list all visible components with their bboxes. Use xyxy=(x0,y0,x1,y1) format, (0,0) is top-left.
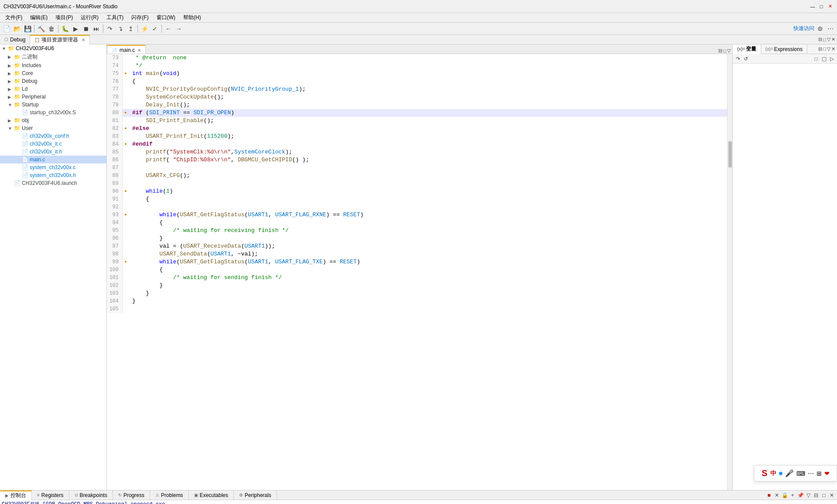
menu-edit[interactable]: 编辑(E) xyxy=(27,13,51,22)
tab-debug[interactable]: ⬡ Debug xyxy=(0,35,30,44)
toolbar-build[interactable]: 🔨 xyxy=(36,24,46,34)
console-menu-btn[interactable]: ▽ xyxy=(805,492,812,499)
toolbar-step-out[interactable]: ↥ xyxy=(126,24,136,34)
console-clear-btn[interactable]: ✕ xyxy=(773,492,780,499)
vertical-scrollbar[interactable] xyxy=(727,54,732,490)
tree-root[interactable]: ▼ 📁 CH32V003F4U6 xyxy=(0,44,106,52)
menu-file[interactable]: 文件(F) xyxy=(2,13,26,22)
tree-main-c[interactable]: ▶ 📄 main.c xyxy=(0,156,106,163)
menu-tools[interactable]: 工具(T) xyxy=(103,13,127,22)
console-scroll-lock-btn[interactable]: 🔒 xyxy=(781,492,788,499)
toolbar-resume[interactable]: ⏭ xyxy=(92,24,101,34)
editor-tab-main-c[interactable]: 📄 main.c ✕ xyxy=(107,45,146,54)
console-maximize-btn[interactable]: □ xyxy=(820,492,827,499)
tree-system-h[interactable]: ▶ 📄 system_ch32v00x.h xyxy=(0,171,106,179)
toolbar-stop[interactable]: ⏹ xyxy=(81,24,91,34)
bottom-tab-console[interactable]: ▶ 控制台 xyxy=(0,490,32,500)
tree-user[interactable]: ▼ 📁 User xyxy=(0,124,106,132)
tree-includes[interactable]: ▶ 📁 Includes xyxy=(0,61,106,69)
tab-ctrl-menu[interactable]: ▽ xyxy=(727,48,731,54)
rph-ctrl-2[interactable]: □ xyxy=(823,46,826,52)
console-stop-btn[interactable]: ■ xyxy=(765,492,772,499)
tab-ctrl-minimize[interactable]: ⊟ xyxy=(718,48,722,54)
tree-debug-folder[interactable]: ▶ 📁 Debug xyxy=(0,77,106,85)
toolbar-step-over[interactable]: ↷ xyxy=(105,24,115,34)
tree-ld[interactable]: ▶ 📁 Ld xyxy=(0,85,106,93)
toolbar-forward[interactable]: → xyxy=(174,24,184,34)
bottom-area: ▶ 控制台 ≡ Registers ⊙ Breakpoints ↻ Progre… xyxy=(0,490,837,504)
maximize-button[interactable]: □ xyxy=(818,3,825,10)
console-new-btn[interactable]: + xyxy=(789,492,796,499)
toolbar-run[interactable]: ▶ xyxy=(71,24,80,34)
close-button[interactable]: ✕ xyxy=(827,3,834,10)
tree-binary[interactable]: ▶ 📁 二进制 xyxy=(0,52,106,61)
tree-startup[interactable]: ▼ 📁 Startup xyxy=(0,101,106,109)
ime-keyboard-icon[interactable]: ⌨ xyxy=(796,470,805,477)
sidebar-maximize-btn[interactable]: □ xyxy=(823,37,826,42)
toolbar-open[interactable]: 📂 xyxy=(12,24,22,34)
tree-conf-h[interactable]: ▶ 📄 ch32v00x_conf.h xyxy=(0,132,106,140)
menu-help[interactable]: 帮助(H) xyxy=(180,13,205,22)
bottom-tab-executables[interactable]: ▣ Executables xyxy=(189,490,234,500)
menu-flash[interactable]: 闪存(F) xyxy=(128,13,152,22)
code-scroll-area[interactable]: 73 * @return none 74 */ 75 ● int xyxy=(107,54,727,490)
line-marker-79 xyxy=(123,101,129,109)
toolbar-step-into[interactable]: ↴ xyxy=(116,24,125,34)
toolbar-settings[interactable]: ⚙ xyxy=(815,24,825,34)
rph-ctrl-1[interactable]: ⊟ xyxy=(818,46,822,52)
tree-system-c[interactable]: ▶ 📄 system_ch32v00x.c xyxy=(0,163,106,171)
menu-run[interactable]: 运行(R) xyxy=(77,13,102,22)
tree-obj[interactable]: ▶ 📁 obj xyxy=(0,116,106,124)
var-toolbar-btn-3[interactable]: □ xyxy=(813,55,820,62)
v-scroll-thumb[interactable] xyxy=(728,141,732,167)
var-toolbar-btn-4[interactable]: ▢ xyxy=(820,55,827,62)
tree-launch[interactable]: ▶ 📄 CH32V003F4U6.launch xyxy=(0,179,106,187)
menu-window[interactable]: 窗口(W) xyxy=(153,13,179,22)
ime-grid-icon[interactable]: ⊞ xyxy=(817,470,822,477)
tree-peripheral[interactable]: ▶ 📁 Peripheral xyxy=(0,93,106,101)
tree-startup-file[interactable]: ▶ 📄 startup_ch32v00x.S xyxy=(0,109,106,116)
toolbar-debug[interactable]: 🐛 xyxy=(60,24,70,34)
quick-access-label[interactable]: 快速访问 xyxy=(793,25,814,32)
toolbar-clean[interactable]: 🗑 xyxy=(47,24,56,34)
bottom-tab-progress[interactable]: ↻ Progress xyxy=(113,490,150,500)
bottom-tab-registers[interactable]: ≡ Registers xyxy=(32,490,69,500)
tree-it-h[interactable]: ▶ 📄 ch32v00x_it.h xyxy=(0,148,106,156)
console-pin-btn[interactable]: 📌 xyxy=(797,492,804,499)
explorer-tab-close[interactable]: ✕ xyxy=(82,37,85,42)
tree-it-c[interactable]: ▶ 📄 ch32v00x_it.c xyxy=(0,140,106,148)
toolbar-new[interactable]: 📄 xyxy=(2,24,11,34)
sidebar-minimize-btn[interactable]: ⊟ xyxy=(818,37,822,42)
console-close-btn[interactable]: ✕ xyxy=(828,492,835,499)
menu-project[interactable]: 项目(P) xyxy=(52,13,76,22)
editor-tab-close[interactable]: ✕ xyxy=(137,48,141,53)
var-toolbar-btn-5[interactable]: ▷ xyxy=(828,55,835,62)
tree-core[interactable]: ▶ 📁 Core xyxy=(0,69,106,77)
tab-project-explorer[interactable]: 📋 项目资源管理器 ✕ xyxy=(30,35,90,44)
ime-more-icon[interactable]: ⋯ xyxy=(808,470,814,477)
console-minimize-btn[interactable]: ⊟ xyxy=(813,492,820,499)
tab-ctrl-maximize[interactable]: □ xyxy=(723,48,726,54)
toolbar-save[interactable]: 💾 xyxy=(23,24,32,34)
var-toolbar-btn-1[interactable]: ↷ xyxy=(735,55,741,62)
rph-tab-expressions[interactable]: (x)= Expressions xyxy=(761,44,807,54)
ime-settings-icon[interactable]: ❤ xyxy=(824,470,830,477)
bottom-tab-problems[interactable]: ⚠ Problems xyxy=(150,490,189,500)
rph-tab-variables[interactable]: (x)= 变量 xyxy=(733,44,761,54)
toolbar-flash-verify[interactable]: ✓ xyxy=(150,24,160,34)
code-line-100: 100 { xyxy=(107,266,727,274)
var-toolbar-btn-2[interactable]: ↺ xyxy=(742,55,749,62)
toolbar-flash-download[interactable]: ⚡ xyxy=(140,24,149,34)
code-editor[interactable]: 73 * @return none 74 */ 75 ● int xyxy=(107,54,732,490)
bottom-tab-breakpoints[interactable]: ⊙ Breakpoints xyxy=(69,490,113,500)
minimize-button[interactable]: — xyxy=(809,3,816,10)
rph-ctrl-4[interactable]: ✕ xyxy=(831,46,835,52)
rph-ctrl-3[interactable]: ▽ xyxy=(827,46,830,52)
sidebar-menu-btn[interactable]: ▽ xyxy=(827,37,830,42)
ime-microphone-icon[interactable]: 🎤 xyxy=(785,469,794,477)
sidebar-close-btn[interactable]: ✕ xyxy=(831,37,835,42)
toolbar-more[interactable]: ⋯ xyxy=(826,24,835,34)
toolbar-back[interactable]: ← xyxy=(164,24,173,34)
peripheral-label: Peripheral xyxy=(22,94,46,100)
bottom-tab-peripherals[interactable]: ⚙ Peripherals xyxy=(234,490,277,500)
